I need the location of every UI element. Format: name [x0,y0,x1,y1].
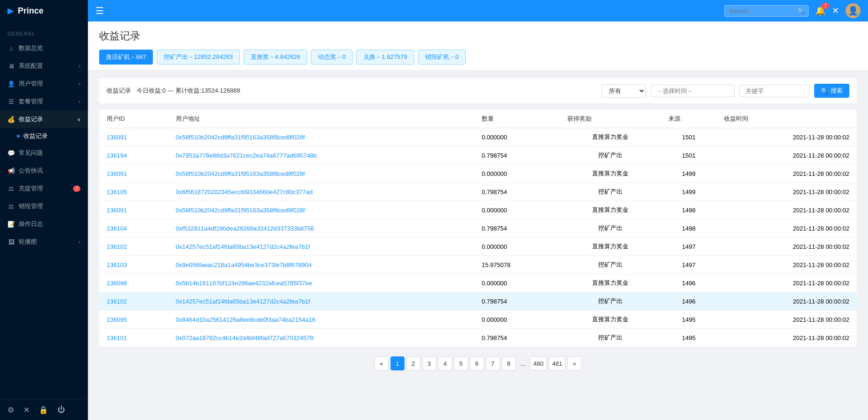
page-btn-481[interactable]: 481 [549,356,565,370]
cell-amount: 0.798754 [474,219,560,238]
cell-user-id[interactable]: 136103 [99,256,168,274]
date-input[interactable] [651,85,735,97]
sidebar-item-label: 操作日志 [19,220,43,228]
lock-icon[interactable]: 🔒 [39,406,48,414]
tab-activate-miner[interactable]: 激活矿机－667 [99,50,153,65]
sidebar-subitem-earnings-record[interactable]: 收益记录 [0,128,88,144]
image-icon: 🖼 [7,239,15,246]
sidebar-item-label: 用户管理 [19,80,43,88]
tab-direct-bonus[interactable]: 直推奖－4.842626 [244,50,307,65]
tab-exchange[interactable]: 兑换－1.827579 [356,50,414,65]
cell-user-id[interactable]: 136101 [99,329,168,347]
close-icon[interactable]: ✕ [832,6,839,16]
sidebar-item-carousel[interactable]: 🖼 轮播图 › [0,233,88,251]
page-btn-5[interactable]: 5 [454,356,468,370]
col-reward: 获得奖励 [560,110,661,128]
sidebar-item-operation-log[interactable]: 📝 操作日志 [0,215,88,233]
cell-user-id[interactable]: 136194 [99,146,168,165]
recharge-badge: 7 [73,186,80,192]
sidebar-item-package-manage[interactable]: ☰ 套餐管理 › [0,93,88,110]
avatar[interactable]: 👤 [846,3,861,18]
cell-reward: 挖矿产出 [560,329,661,347]
scale-icon: ⚖ [7,185,15,192]
cell-user-id[interactable]: 136091 [99,201,168,219]
cell-address[interactable]: 0x6f5618720202345eccfd9334660e427c80c377… [168,183,474,201]
destroy-icon: ⚖ [7,203,15,210]
cell-amount: 0.798754 [474,329,560,347]
table-row: 136105 0x6f5618720202345eccfd9334660e427… [99,183,857,201]
page-btn-7[interactable]: 7 [486,356,500,370]
cell-address[interactable]: 0x14257ec51af14fda65ba13e4127d2c4a2fea7b… [168,292,474,311]
power-icon[interactable]: ⏻ [58,406,65,414]
cell-user-id[interactable]: 136091 [99,128,168,146]
cell-user-id[interactable]: 136104 [99,219,168,238]
pagination: « 1 2 3 4 5 6 7 8 ... 480 481 » [99,347,857,380]
cell-address[interactable]: 0x8464d10a25614126a8ee8cde0f3aa74ba2154a… [168,311,474,329]
sidebar-item-destroy[interactable]: ⚖ 销毁管理 [0,197,88,215]
notification-container[interactable]: 🔔 7 [815,6,825,16]
sidebar-item-user-manage[interactable]: 👤 用户管理 › [0,75,88,93]
col-source: 来源 [661,110,716,128]
tab-mining-output[interactable]: 挖矿产出－12852.284263 [157,50,240,65]
page-btn-2[interactable]: 2 [406,356,420,370]
cell-address[interactable]: 0x58f510b2042cd9ffa31f95163a358f8ced9f02… [168,201,474,219]
page-btn-480[interactable]: 480 [530,356,547,370]
sidebar-item-dashboard[interactable]: ⌂ 数据总览 [0,39,88,57]
prev-page-btn[interactable]: « [375,356,389,370]
cell-address[interactable]: 0x58f510b2042cd9ffa31f95163a358f8ced9f02… [168,128,474,146]
cell-user-id[interactable]: 136096 [99,274,168,292]
table-container: 用户ID 用户地址 数量 获得奖励 来源 收益时间 136091 0x58f51… [99,110,857,347]
cell-address[interactable]: 0x5b14b181167bf124e296ae4232afcea5785f37… [168,274,474,292]
cell-user-id[interactable]: 136095 [99,311,168,329]
sidebar-footer: ⚙ ✕ 🔒 ⏻ [0,399,88,420]
hamburger-icon[interactable]: ☰ [95,5,104,16]
next-page-btn[interactable]: » [567,356,581,370]
sidebar-subitem-label: 收益记录 [23,132,48,140]
page-btn-8[interactable]: 8 [502,356,516,370]
cell-amount: 0.000000 [474,238,560,256]
cell-address[interactable]: 0x14257ec51af14fda65ba13e4127d2c4a2fea7b… [168,238,474,256]
toolbar: 收益记录 今日收益:0 — 累计收益:13524.126889 所有 挖矿产出 … [99,78,857,103]
cell-address[interactable]: 0x072aa18782cc4b14e2d4bf48fad727a6703245… [168,329,474,347]
tools-icon[interactable]: ✕ [23,406,29,414]
type-select[interactable]: 所有 挖矿产出 直推奖金 动态奖 兑换 销毁矿机 [602,84,646,98]
page-btn-3[interactable]: 3 [422,356,436,370]
sidebar-item-announcement[interactable]: 📢 公告快讯 [0,162,88,180]
sidebar-item-label: 系统配置 [19,62,43,70]
cell-address[interactable]: 0xf532811a4df190dea28268a33412d337333b67… [168,219,474,238]
page-btn-1[interactable]: 1 [391,356,405,370]
tab-dynamic-bonus[interactable]: 动态奖－0 [311,50,353,65]
tab-destroy-miner[interactable]: 销毁矿机－0 [418,50,466,65]
user-icon: 👤 [7,80,15,87]
cell-amount: 0.000000 [474,201,560,219]
notification-badge: 7 [822,3,829,9]
page-btn-6[interactable]: 6 [470,356,484,370]
logo-text: Prince [18,6,43,16]
keyword-input[interactable] [739,85,810,97]
cell-user-id[interactable]: 136102 [99,292,168,311]
sidebar-item-earnings[interactable]: 💰 收益记录 ∨ [0,110,88,128]
cell-user-id[interactable]: 136105 [99,183,168,201]
sidebar-item-faq[interactable]: 💬 常见问题 [0,144,88,162]
cell-reward: 直推算力奖金 [560,165,661,183]
search-input[interactable] [724,5,809,17]
cell-time: 2021-11-28 00:00:02 [716,311,857,329]
cell-source: 1497 [661,256,716,274]
cell-address[interactable]: 0x7953a778e86d3a7621cec2ea74a6777ad69574… [168,146,474,165]
table-row: 136091 0x58f510b2042cd9ffa31f95163a358f8… [99,201,857,219]
settings-icon[interactable]: ⚙ [7,406,14,414]
search-button[interactable]: 🔍 搜索 [814,84,849,98]
top-header: ☰ 🔍 🔔 7 ✕ 👤 [88,0,868,22]
sidebar-item-recharge[interactable]: ⚖ 充提管理 7 [0,180,88,197]
cell-user-id[interactable]: 136091 [99,165,168,183]
search-btn-label: 搜索 [831,87,843,95]
page-btn-4[interactable]: 4 [438,356,452,370]
cell-user-id[interactable]: 136102 [99,238,168,256]
chevron-right-icon: › [79,64,80,69]
sidebar-item-label: 公告快讯 [19,167,43,175]
cell-source: 1498 [661,201,716,219]
cell-address[interactable]: 0x9e056faeac218a1a4954be3ce373fe7b8f6789… [168,256,474,274]
cell-address[interactable]: 0x58f510b2042cd9ffa31f95163a358f8ced9f02… [168,165,474,183]
cell-time: 2021-11-28 00:00:02 [716,238,857,256]
sidebar-item-system-config[interactable]: 🖥 系统配置 › [0,57,88,75]
